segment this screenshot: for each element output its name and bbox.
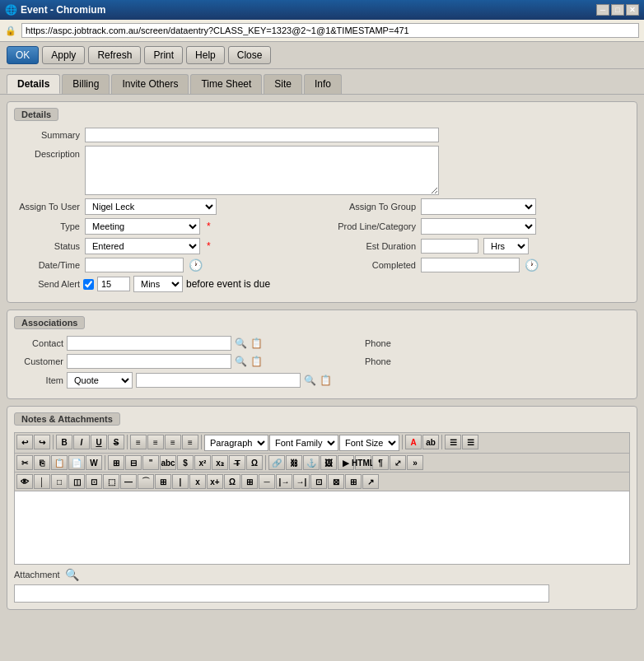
datetime-input[interactable]: [85, 258, 184, 272]
sub-button[interactable]: x₂: [212, 455, 228, 470]
preview-button[interactable]: 👁: [16, 474, 33, 489]
paste-text-button[interactable]: 📄: [68, 455, 85, 470]
item-input[interactable]: [136, 373, 301, 388]
bold-button[interactable]: B: [56, 435, 72, 449]
row3-btn-14[interactable]: ⊞: [241, 474, 258, 489]
redo-button[interactable]: ↪: [34, 435, 50, 449]
remove-format-button[interactable]: T̶: [229, 455, 245, 470]
numbered-list-button[interactable]: ☰: [462, 435, 478, 449]
customer-search-icon[interactable]: 🔍: [235, 356, 247, 367]
justify-button[interactable]: ≡: [182, 435, 198, 449]
est-duration-input[interactable]: [421, 239, 478, 254]
tab-invite-others[interactable]: Invite Others: [111, 74, 189, 94]
row3-btn-10[interactable]: |: [172, 474, 189, 489]
refresh-button[interactable]: Refresh: [88, 46, 141, 64]
send-alert-checkbox[interactable]: [83, 279, 94, 290]
spell-check-button[interactable]: abc: [160, 455, 176, 470]
description-input[interactable]: [85, 146, 439, 195]
align-left-button[interactable]: ≡: [130, 435, 147, 449]
tab-billing[interactable]: Billing: [62, 74, 110, 94]
minimize-button[interactable]: ─: [596, 4, 609, 16]
assign-group-select[interactable]: [421, 198, 536, 215]
est-duration-unit-select[interactable]: Hrs Mins: [483, 238, 529, 254]
status-select[interactable]: Entered: [85, 238, 200, 254]
source-button[interactable]: ¶: [372, 455, 389, 470]
summary-input[interactable]: [85, 128, 439, 142]
type-select[interactable]: Meeting: [85, 218, 200, 235]
link-button[interactable]: 🔗: [268, 455, 285, 470]
contact-input[interactable]: [67, 336, 231, 351]
row3-btn-11[interactable]: x: [189, 474, 206, 489]
undo-button[interactable]: ↩: [16, 435, 33, 449]
blockquote-button[interactable]: ": [142, 455, 159, 470]
tab-time-sheet[interactable]: Time Sheet: [190, 74, 262, 94]
row3-btn-2[interactable]: │: [34, 474, 50, 489]
close-button[interactable]: Close: [228, 46, 272, 64]
cut-button[interactable]: ✂: [16, 455, 33, 470]
row3-btn-4[interactable]: ◫: [68, 474, 85, 489]
item-type-select[interactable]: Quote: [67, 372, 133, 389]
apply-button[interactable]: Apply: [42, 46, 85, 64]
format-button-2[interactable]: ⊟: [125, 455, 142, 470]
item-search-icon[interactable]: 🔍: [304, 375, 316, 386]
anchor-button[interactable]: ⚓: [303, 455, 320, 470]
row3-btn-19[interactable]: ⊠: [328, 474, 344, 489]
copy-button[interactable]: ⎘: [34, 455, 50, 470]
attachment-search-input[interactable]: [14, 584, 549, 603]
highlight-button[interactable]: ab: [422, 435, 439, 449]
font-color-button[interactable]: A: [405, 435, 422, 449]
url-input[interactable]: [21, 23, 639, 38]
help-button[interactable]: Help: [186, 46, 225, 64]
completed-input[interactable]: [421, 258, 520, 272]
char-map-button[interactable]: Ω: [224, 474, 240, 489]
paragraph-select[interactable]: Paragraph: [204, 435, 268, 451]
more-button[interactable]: »: [407, 455, 423, 470]
paste-button[interactable]: 📋: [51, 455, 68, 470]
customer-add-icon[interactable]: 📋: [250, 356, 263, 367]
maximize-button[interactable]: ⤢: [390, 455, 406, 470]
strikethrough-button[interactable]: S: [108, 435, 124, 449]
item-add-icon[interactable]: 📋: [320, 375, 332, 386]
row3-btn-7[interactable]: —: [120, 474, 137, 489]
image-button[interactable]: 🖼: [320, 455, 337, 470]
row3-btn-8[interactable]: ⌒: [138, 474, 154, 489]
prod-line-select[interactable]: [421, 218, 536, 235]
ok-button[interactable]: OK: [7, 46, 39, 64]
row3-btn-3[interactable]: □: [51, 474, 68, 489]
send-alert-value-input[interactable]: [97, 277, 130, 291]
row3-btn-21[interactable]: ↗: [362, 474, 379, 489]
sup-button[interactable]: x²: [194, 455, 211, 470]
attachment-search-icon[interactable]: 🔍: [65, 568, 79, 581]
contact-add-icon[interactable]: 📋: [250, 337, 263, 349]
row3-btn-20[interactable]: ⊞: [345, 474, 362, 489]
tab-info[interactable]: Info: [304, 74, 342, 94]
row3-btn-12[interactable]: x+: [207, 474, 223, 489]
row3-btn-5[interactable]: ⊡: [86, 474, 102, 489]
align-center-button[interactable]: ≡: [147, 435, 164, 449]
assign-user-select[interactable]: Nigel Leck: [85, 198, 217, 215]
italic-button[interactable]: I: [73, 435, 90, 449]
tab-site[interactable]: Site: [264, 74, 302, 94]
font-size-select[interactable]: Font Size: [339, 435, 399, 451]
char-button[interactable]: Ω: [246, 455, 263, 470]
row3-btn-15[interactable]: ─: [259, 474, 275, 489]
table-button[interactable]: ⊞: [155, 474, 171, 489]
tab-details[interactable]: Details: [7, 74, 60, 94]
restore-button[interactable]: □: [611, 4, 624, 16]
customer-input[interactable]: [67, 354, 231, 369]
paste-word-button[interactable]: W: [86, 455, 102, 470]
bullet-list-button[interactable]: ☰: [445, 435, 461, 449]
notes-editor[interactable]: [14, 491, 630, 565]
format-button-1[interactable]: ⊞: [108, 455, 124, 470]
print-button[interactable]: Print: [144, 46, 183, 64]
datetime-picker-icon[interactable]: 🕐: [189, 258, 203, 272]
html-button[interactable]: HTML: [355, 455, 371, 470]
unlink-button[interactable]: ⛓: [286, 455, 302, 470]
align-right-button[interactable]: ≡: [165, 435, 181, 449]
contact-search-icon[interactable]: 🔍: [235, 337, 247, 349]
completed-picker-icon[interactable]: 🕐: [525, 258, 539, 272]
send-alert-unit-select[interactable]: Mins Hrs: [133, 276, 183, 292]
underline-button[interactable]: U: [91, 435, 107, 449]
close-window-button[interactable]: ✕: [626, 4, 639, 16]
dollar-button[interactable]: $: [177, 455, 194, 470]
